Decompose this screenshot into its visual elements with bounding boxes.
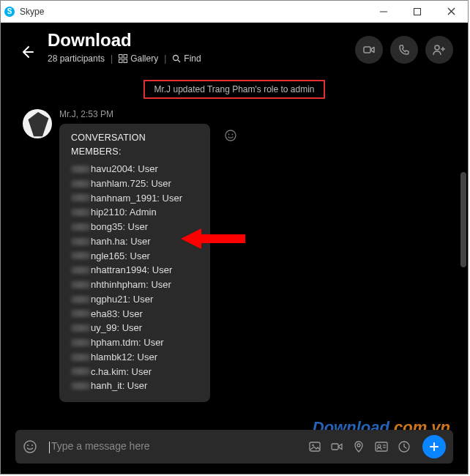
obscured-prefix xyxy=(71,354,90,361)
member-row: hlambk12: User xyxy=(71,350,198,365)
member-label: ngphu21: User xyxy=(91,292,153,307)
location-button[interactable] xyxy=(352,440,365,453)
gallery-link[interactable]: Gallery xyxy=(119,53,158,64)
message-meta: Mr.J, 2:53 PM xyxy=(59,109,210,119)
titlebar-title: Skype xyxy=(20,7,367,17)
sender-name[interactable]: Mr.J xyxy=(59,109,76,119)
close-button[interactable] xyxy=(434,1,468,23)
obscured-prefix xyxy=(71,166,90,173)
svg-point-24 xyxy=(312,445,314,447)
member-row: ngle165: User xyxy=(71,249,198,264)
vertical-scrollbar[interactable] xyxy=(460,106,466,423)
maximize-button[interactable] xyxy=(400,1,434,23)
member-row: nhattran1994: User xyxy=(71,263,198,278)
svg-rect-3 xyxy=(414,8,421,15)
schedule-call-button[interactable] xyxy=(398,440,411,453)
member-row: eha83: User xyxy=(71,307,198,321)
emoji-button[interactable] xyxy=(23,439,42,454)
message-input[interactable]: Type a message here xyxy=(49,440,301,453)
video-call-button[interactable] xyxy=(355,36,383,64)
gallery-icon xyxy=(119,54,127,63)
obscured-prefix xyxy=(71,223,90,231)
message-bubble[interactable]: CONVERSATION MEMBERS: havu2004: Userhanh… xyxy=(59,124,210,402)
member-row: c.ha.kim: User xyxy=(71,365,198,379)
member-label: hanhlam.725: User xyxy=(91,176,171,191)
obscured-prefix xyxy=(71,180,90,187)
chat-header: Download 28 participants | Gallery | Fin… xyxy=(1,23,468,67)
obscured-prefix xyxy=(71,296,90,303)
message-composer: Type a message here xyxy=(15,430,453,464)
obscured-prefix xyxy=(71,339,90,346)
member-label: hpham.tdm: User xyxy=(91,335,164,350)
audio-call-button[interactable] xyxy=(390,36,418,64)
svg-rect-8 xyxy=(119,59,123,63)
minimize-button[interactable] xyxy=(367,1,400,23)
svg-point-13 xyxy=(435,45,439,50)
composer-actions xyxy=(308,435,446,458)
titlebar-controls xyxy=(367,1,468,23)
message-time: 2:53 PM xyxy=(81,109,113,119)
members-heading: CONVERSATION MEMBERS: xyxy=(71,131,198,159)
member-row: hip2110: Admin xyxy=(71,205,198,220)
back-button[interactable] xyxy=(15,40,39,64)
svg-point-17 xyxy=(228,134,230,135)
add-participants-button[interactable] xyxy=(425,36,453,64)
header-actions xyxy=(355,36,453,64)
svg-rect-12 xyxy=(364,47,370,53)
member-row: hpham.tdm: User xyxy=(71,335,198,350)
obscured-prefix xyxy=(71,368,90,375)
search-icon xyxy=(172,54,181,63)
member-row: nhthinhpham: User xyxy=(71,278,198,292)
member-label: havu2004: User xyxy=(91,162,158,176)
svg-line-11 xyxy=(178,60,180,62)
attach-image-button[interactable] xyxy=(308,440,321,453)
member-label: nhattran1994: User xyxy=(91,263,172,278)
member-label: hip2110: Admin xyxy=(91,205,157,220)
scrollbar-thumb[interactable] xyxy=(460,172,466,267)
member-label: hanhnam_1991: User xyxy=(91,191,182,206)
member-label: hanh_it: User xyxy=(91,379,147,393)
sender-avatar[interactable] xyxy=(23,109,52,138)
obscured-prefix xyxy=(71,281,90,289)
more-button[interactable] xyxy=(422,435,446,458)
member-label: ngle165: User xyxy=(91,249,150,264)
svg-point-16 xyxy=(225,130,236,141)
find-link[interactable]: Find xyxy=(172,53,201,64)
svg-point-20 xyxy=(24,441,36,453)
system-notice-row: Mr.J updated Trang Pham's role to admin xyxy=(1,80,468,99)
svg-text:S: S xyxy=(7,7,12,15)
member-label: eha83: User xyxy=(91,307,143,321)
member-row: havu2004: User xyxy=(71,162,198,176)
svg-point-18 xyxy=(232,134,234,135)
system-notice: Mr.J updated Trang Pham's role to admin xyxy=(143,80,324,99)
members-list: havu2004: Userhanhlam.725: Userhanhnam_1… xyxy=(71,162,198,393)
obscured-prefix xyxy=(71,267,90,274)
contact-card-button[interactable] xyxy=(374,440,389,453)
chat-surface: Download 28 participants | Gallery | Fin… xyxy=(1,23,468,474)
svg-rect-27 xyxy=(376,442,387,451)
obscured-prefix xyxy=(71,209,90,216)
member-label: hlambk12: User xyxy=(91,350,157,365)
member-label: uy_99: User xyxy=(91,321,142,335)
svg-point-10 xyxy=(174,56,179,61)
participants-count[interactable]: 28 participants xyxy=(48,53,105,64)
svg-rect-7 xyxy=(124,55,127,59)
video-message-button[interactable] xyxy=(330,440,343,453)
member-label: c.ha.kim: User xyxy=(91,365,152,379)
member-row: hanhnam_1991: User xyxy=(71,191,198,206)
app-window: S Skype Download 28 participants xyxy=(0,0,469,475)
react-button[interactable] xyxy=(220,125,241,146)
svg-rect-23 xyxy=(310,442,320,451)
svg-point-28 xyxy=(378,445,381,447)
member-label: hanh.ha: User xyxy=(91,234,151,249)
chat-title[interactable]: Download xyxy=(48,30,201,51)
skype-logo-icon: S xyxy=(4,6,15,18)
titlebar: S Skype xyxy=(1,1,468,23)
svg-point-22 xyxy=(31,445,33,446)
obscured-prefix xyxy=(71,324,90,332)
member-row: ngphu21: User xyxy=(71,292,198,307)
chat-subline: 28 participants | Gallery | Find xyxy=(48,53,201,64)
svg-rect-9 xyxy=(124,59,127,63)
member-row: bong35: User xyxy=(71,220,198,234)
svg-rect-25 xyxy=(332,444,338,450)
